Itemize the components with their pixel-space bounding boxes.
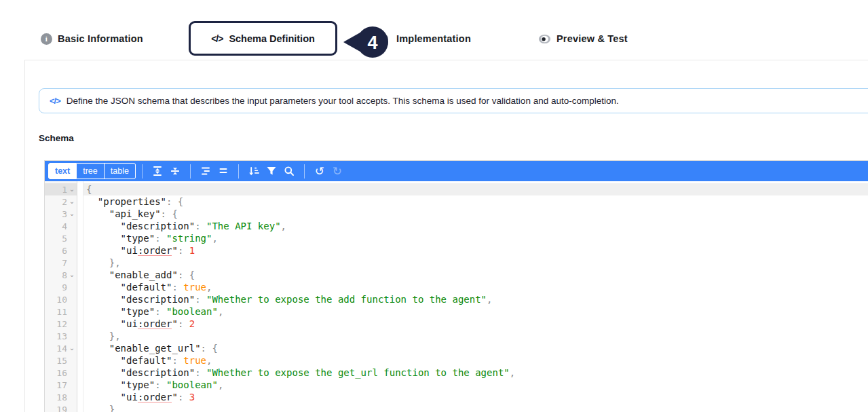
code-line[interactable]: "type": "boolean", (83, 305, 868, 318)
code-line[interactable]: "properties": { (83, 195, 868, 208)
json-editor: text tree table (44, 160, 868, 412)
info-icon: i (41, 33, 52, 45)
line-number: 5 (45, 233, 67, 244)
code-line[interactable]: "default": true, (83, 281, 868, 293)
tab-basic-information[interactable]: i Basic Information (41, 29, 143, 48)
fold-chevron-icon[interactable]: ⌄ (67, 271, 77, 278)
code-line[interactable]: "default": true, (83, 354, 868, 367)
gutter-line: 15 (45, 354, 77, 367)
info-banner: </> Define the JSON schema that describe… (39, 88, 868, 113)
gutter-line: 19 (45, 403, 77, 412)
code-line[interactable]: "type": "boolean", (83, 379, 868, 391)
tab-label: Schema Definition (229, 33, 315, 44)
gutter-line: 18 (45, 391, 77, 403)
tab-label: Basic Information (58, 33, 143, 44)
filter-icon[interactable] (263, 163, 280, 179)
eye-icon (538, 34, 551, 44)
align-lines-icon[interactable] (214, 163, 232, 179)
code-line[interactable]: "description": "Whether to expose the ge… (83, 367, 868, 379)
editor-body: 1⌄2⌄3⌄45678⌄91011121314⌄1516171819 { "pr… (45, 181, 868, 412)
code-line[interactable]: } (83, 403, 868, 412)
gutter-line: 14⌄ (45, 342, 77, 354)
editor-mode-switcher: text tree table (48, 163, 136, 179)
gutter-line: 6 (45, 244, 77, 257)
editor-gutter: 1⌄2⌄3⌄45678⌄91011121314⌄1516171819 (45, 181, 77, 412)
line-number: 15 (45, 356, 67, 366)
sort-icon[interactable] (245, 163, 263, 179)
toolbar-separator (304, 164, 305, 179)
code-line[interactable]: "description": "The API key", (83, 220, 868, 232)
tab-implementation[interactable]: Implementation (377, 29, 471, 48)
line-number: 11 (45, 307, 67, 317)
line-number: 18 (45, 392, 67, 402)
fold-chevron-icon[interactable]: ⌄ (67, 186, 77, 193)
gutter-line: 11 (45, 305, 77, 318)
editor-toolbar: text tree table (45, 161, 868, 181)
toolbar-separator (238, 164, 239, 179)
code-line[interactable]: }, (83, 330, 868, 342)
line-number: 14 (45, 343, 67, 354)
line-number: 13 (45, 331, 67, 341)
toolbar-separator (142, 164, 143, 179)
gutter-line: 2⌄ (45, 195, 77, 208)
code-line[interactable]: "api_key": { (83, 208, 868, 220)
line-number: 2 (45, 197, 67, 207)
gutter-line: 7 (45, 257, 77, 269)
line-number: 3 (45, 209, 67, 219)
code-line[interactable]: "ui:order": 2 (83, 318, 868, 330)
line-number: 1 (45, 185, 67, 195)
gutter-line: 12 (45, 318, 77, 330)
line-number: 17 (45, 380, 67, 390)
editor-code[interactable]: { "properties": { "api_key": { "descript… (83, 181, 868, 412)
gutter-line: 1⌄ (45, 183, 77, 195)
tab-label: Preview & Test (556, 33, 628, 44)
mode-tree-button[interactable]: tree (77, 163, 105, 179)
gutter-line: 13 (45, 330, 77, 342)
line-number: 12 (45, 319, 67, 329)
line-number: 8 (45, 270, 67, 280)
gutter-spacer (77, 181, 83, 412)
schema-field-label: Schema (39, 133, 74, 143)
annotation-step-badge: 4 (343, 26, 389, 58)
redo-icon[interactable]: ↻ (328, 163, 346, 179)
compact-icon[interactable] (166, 163, 184, 179)
code-line[interactable]: "ui:order": 1 (83, 244, 868, 257)
code-line[interactable]: { (83, 183, 868, 195)
gutter-line: 5 (45, 232, 77, 244)
fold-chevron-icon[interactable]: ⌄ (67, 345, 77, 352)
tab-preview-test[interactable]: Preview & Test (538, 29, 628, 48)
gutter-line: 17 (45, 379, 77, 391)
line-number: 10 (45, 295, 67, 305)
code-line[interactable]: "enable_add": { (83, 269, 868, 281)
tab-label: Implementation (396, 33, 471, 44)
gutter-line: 10 (45, 293, 77, 305)
fold-chevron-icon[interactable]: ⌄ (67, 198, 77, 205)
gutter-line: 3⌄ (45, 208, 77, 220)
line-number: 7 (45, 258, 67, 268)
format-expand-icon[interactable] (149, 163, 166, 179)
line-number: 9 (45, 282, 67, 293)
search-icon[interactable] (280, 163, 298, 179)
code-line[interactable]: }, (83, 257, 868, 269)
format-lines-icon[interactable] (197, 163, 214, 179)
code-line[interactable]: "type": "string", (83, 232, 868, 244)
code-line[interactable]: "description": "Whether to expose the ad… (83, 293, 868, 305)
fold-chevron-icon[interactable]: ⌄ (67, 210, 77, 217)
toolbar-separator (190, 164, 191, 179)
code-line[interactable]: "enable_get_url": { (83, 342, 868, 354)
gutter-line: 8⌄ (45, 269, 77, 281)
line-number: 19 (45, 405, 67, 412)
code-line[interactable]: "ui:order": 3 (83, 391, 868, 403)
badge-number: 4 (367, 33, 377, 53)
line-number: 16 (45, 368, 67, 378)
mode-table-button[interactable]: table (105, 163, 136, 179)
gutter-line: 16 (45, 367, 77, 379)
banner-text: Define the JSON schema that describes th… (67, 96, 619, 106)
mode-text-button[interactable]: text (48, 163, 77, 179)
gutter-line: 9 (45, 281, 77, 293)
line-number: 4 (45, 221, 67, 231)
undo-icon[interactable]: ↺ (311, 163, 328, 179)
tab-schema-definition[interactable]: </> Schema Definition (189, 21, 337, 56)
gutter-line: 4 (45, 220, 77, 232)
code-icon: </> (211, 33, 223, 44)
